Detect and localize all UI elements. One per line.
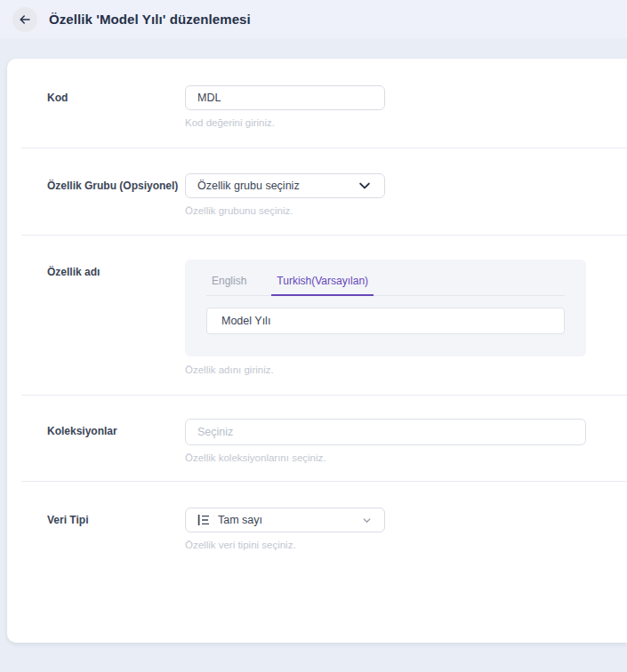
tab-turkish[interactable]: Turkish(Varsayılan) [271, 268, 374, 296]
page-header: Özellik 'Model Yılı' düzenlemesi [0, 0, 627, 38]
ozellik-adi-hint: Özellik adını giriniz. [185, 364, 627, 375]
form-row-kod: Kod Kod değerini giriniz. [7, 59, 627, 148]
content-card: Kod Kod değerini giriniz. Özellik Grubu … [7, 59, 627, 643]
form-row-ozellik-adi: Özellik adı English Turkish(Varsayılan) … [7, 236, 627, 395]
chevron-down-icon [358, 179, 372, 193]
form-row-koleksiyonlar: Koleksiyonlar Özellik koleksiyonlarını s… [7, 396, 627, 481]
form-row-ozellik-grubu: Özellik Grubu (Opsiyonel) Özellik grubu … [7, 148, 627, 235]
veri-tipi-select[interactable]: Tam sayı [185, 508, 385, 532]
veri-tipi-hint: Özellik veri tipini seçiniz. [185, 540, 627, 550]
chevron-down-small-icon [362, 516, 372, 525]
back-button[interactable] [12, 7, 37, 32]
veri-tipi-selected-value: Tam sayı [218, 514, 362, 526]
koleksiyonlar-input[interactable] [185, 419, 586, 445]
ozellik-grubu-selected-value: Özellik grubu seçiniz [197, 180, 358, 192]
tab-english[interactable]: English [206, 268, 252, 296]
locale-panel: English Turkish(Varsayılan) [185, 260, 586, 356]
koleksiyonlar-hint: Özellik koleksiyonlarını seçiniz. [185, 452, 627, 463]
koleksiyonlar-label: Koleksiyonlar [47, 419, 185, 437]
ozellik-grubu-select[interactable]: Özellik grubu seçiniz [185, 173, 385, 198]
list-icon [197, 514, 210, 526]
kod-label: Kod [47, 85, 185, 104]
locale-tabbar: English Turkish(Varsayılan) [206, 268, 565, 296]
kod-input[interactable] [185, 85, 385, 110]
ozellik-grubu-label: Özellik Grubu (Opsiyonel) [47, 173, 185, 192]
arrow-left-icon [18, 12, 32, 27]
veri-tipi-label: Veri Tipi [47, 508, 185, 526]
form-row-veri-tipi: Veri Tipi Tam sayı Öze [7, 482, 627, 638]
ozellik-grubu-hint: Özellik grubunu seçiniz. [185, 205, 627, 216]
kod-hint: Kod değerini giriniz. [185, 117, 627, 128]
page-title: Özellik 'Model Yılı' düzenlemesi [49, 12, 251, 27]
ozellik-adi-input[interactable] [206, 308, 565, 334]
ozellik-adi-label: Özellik adı [47, 260, 185, 278]
